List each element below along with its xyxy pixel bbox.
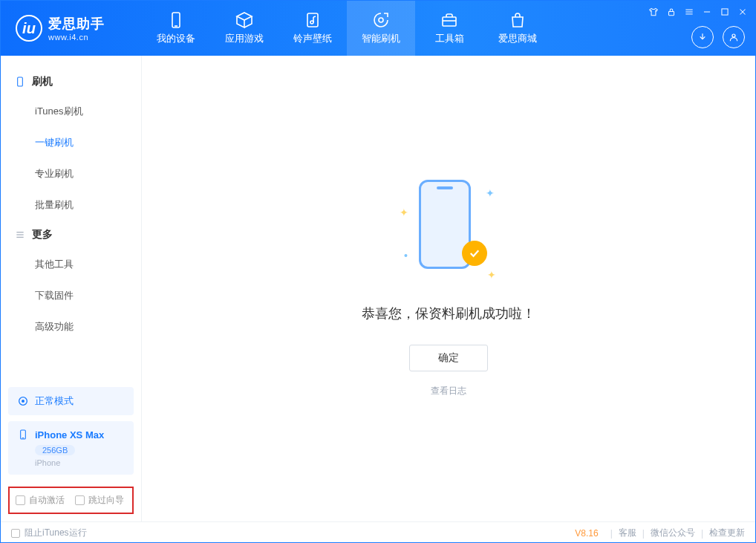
sidebar-item-advanced[interactable]: 高级功能: [1, 311, 141, 342]
nav-my-device[interactable]: 我的设备: [142, 1, 210, 56]
svg-rect-2: [307, 13, 318, 27]
nav-store[interactable]: 爱思商城: [483, 1, 552, 56]
brand-name: 爱思助手: [48, 15, 105, 33]
device-capacity-badge: 256GB: [35, 445, 75, 455]
svg-rect-16: [18, 77, 23, 86]
view-log-link[interactable]: 查看日志: [431, 385, 466, 397]
checkbox-label: 阻止iTunes运行: [25, 527, 87, 539]
check-badge-icon: [462, 241, 487, 266]
status-bar: 阻止iTunes运行 V8.16 | 客服 | 微信公众号 | 检查更新: [1, 521, 755, 543]
mode-dot-icon: [17, 395, 29, 407]
bag-icon: [509, 11, 527, 29]
minimize-icon[interactable]: [702, 7, 712, 17]
checkbox-label: 跳过向导: [88, 494, 124, 507]
shirt-icon[interactable]: [648, 7, 659, 17]
download-circle-icon[interactable]: [691, 26, 714, 48]
svg-point-4: [379, 18, 383, 22]
nav-apps-games[interactable]: 应用游戏: [210, 1, 278, 56]
nav-label: 爱思商城: [498, 32, 537, 45]
phone-icon: [167, 11, 185, 29]
svg-rect-12: [722, 9, 728, 15]
window-controls: [648, 7, 748, 17]
lock-icon[interactable]: [666, 7, 677, 17]
nav-label: 我的设备: [157, 32, 195, 45]
checkbox-box-icon: [75, 495, 85, 505]
sidebar-item-other-tools[interactable]: 其他工具: [1, 249, 141, 280]
success-illustration: ✦ ✦ ✦ •: [404, 180, 493, 284]
sidebar-item-batch-flash[interactable]: 批量刷机: [1, 189, 141, 221]
phone-small-icon: [17, 429, 29, 440]
logo-block[interactable]: iu 爱思助手 www.i4.cn: [1, 1, 142, 56]
svg-point-21: [22, 400, 25, 403]
footer-link-wechat[interactable]: 微信公众号: [651, 527, 695, 539]
sidebar-item-download-firmware[interactable]: 下载固件: [1, 280, 141, 311]
nav-label: 智能刷机: [362, 32, 400, 45]
close-icon[interactable]: [737, 7, 748, 17]
refresh-shield-icon: [372, 11, 390, 29]
device-info-card[interactable]: iPhone XS Max 256GB iPhone: [8, 421, 134, 475]
flash-options-row: 自动激活 跳过向导: [8, 487, 134, 514]
sidebar-item-oneclick-flash[interactable]: 一键刷机: [1, 127, 141, 158]
nav-label: 工具箱: [435, 32, 464, 45]
separator: |: [610, 528, 613, 539]
device-mode-card[interactable]: 正常模式: [8, 387, 134, 415]
sparkle-icon: ✦: [487, 269, 496, 281]
nav-ringtones-wallpapers[interactable]: 铃声壁纸: [278, 1, 347, 56]
sidebar-item-itunes-flash[interactable]: iTunes刷机: [1, 96, 141, 127]
sidebar-group-more[interactable]: 更多: [1, 221, 141, 249]
maximize-icon[interactable]: [720, 7, 730, 17]
sparkle-icon: ✦: [400, 207, 408, 218]
menu-icon[interactable]: [684, 7, 694, 17]
logo-icon: iu: [16, 15, 42, 42]
sidebar-group-label: 更多: [32, 228, 53, 241]
svg-rect-5: [443, 17, 456, 26]
checkbox-label: 自动激活: [29, 494, 65, 507]
user-circle-icon[interactable]: [723, 26, 745, 48]
list-icon: [14, 229, 26, 241]
sparkle-icon: •: [404, 250, 408, 261]
cube-icon: [235, 11, 253, 29]
checkbox-box-icon: [16, 495, 25, 505]
nav-toolbox[interactable]: 工具箱: [415, 1, 483, 56]
footer-link-check-update[interactable]: 检查更新: [709, 527, 745, 539]
nav-smart-flash[interactable]: 智能刷机: [347, 1, 415, 56]
svg-point-15: [732, 34, 735, 37]
svg-point-3: [310, 21, 313, 24]
app-body: 刷机 iTunes刷机 一键刷机 专业刷机 批量刷机 更多 其他工具 下载固件 …: [1, 56, 755, 521]
sidebar-group-flash[interactable]: 刷机: [1, 68, 141, 96]
device-mode-label: 正常模式: [35, 394, 74, 408]
checkbox-box-icon: [11, 529, 20, 538]
sidebar-group-label: 刷机: [32, 75, 53, 88]
nav-label: 应用游戏: [225, 32, 264, 45]
phone-outline-icon: [14, 76, 26, 88]
header-action-circles: [691, 26, 745, 48]
nav-label: 铃声壁纸: [293, 32, 332, 45]
main-panel: ✦ ✦ ✦ • 恭喜您，保资料刷机成功啦！ 确定 查看日志: [142, 56, 755, 521]
checkbox-skip-wizard[interactable]: 跳过向导: [75, 494, 124, 507]
checkbox-block-itunes[interactable]: 阻止iTunes运行: [11, 527, 87, 539]
sidebar: 刷机 iTunes刷机 一键刷机 专业刷机 批量刷机 更多 其他工具 下载固件 …: [1, 56, 142, 521]
sparkle-icon: ✦: [486, 187, 495, 199]
app-header: iu 爱思助手 www.i4.cn 我的设备 应用游戏 铃声壁纸 智能刷机 工具…: [1, 1, 755, 56]
device-type: iPhone: [35, 458, 125, 467]
footer-link-support[interactable]: 客服: [619, 527, 636, 539]
music-file-icon: [304, 11, 322, 29]
checkbox-auto-activate[interactable]: 自动激活: [16, 494, 65, 507]
brand-url: www.i4.cn: [48, 33, 105, 42]
separator: |: [642, 528, 645, 539]
version-label: V8.16: [575, 528, 598, 539]
toolbox-icon: [440, 11, 458, 29]
svg-rect-7: [669, 11, 674, 15]
separator: |: [701, 528, 703, 539]
device-name: iPhone XS Max: [35, 429, 104, 440]
svg-rect-0: [172, 13, 180, 27]
sidebar-item-pro-flash[interactable]: 专业刷机: [1, 158, 141, 189]
success-message: 恭喜您，保资料刷机成功啦！: [362, 305, 535, 322]
top-nav: 我的设备 应用游戏 铃声壁纸 智能刷机 工具箱 爱思商城: [142, 1, 552, 56]
ok-button[interactable]: 确定: [409, 345, 488, 371]
